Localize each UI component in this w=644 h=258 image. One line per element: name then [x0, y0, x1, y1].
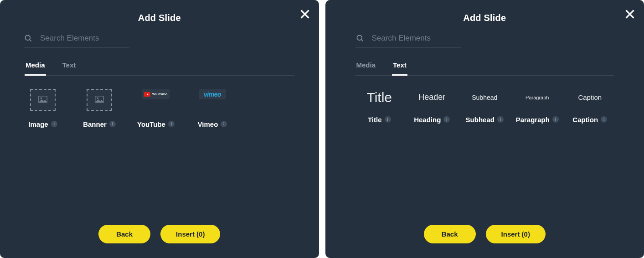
svg-line-11 [361, 40, 363, 41]
info-icon[interactable]: i [221, 121, 227, 127]
tile-vimeo-label: Vimeo [198, 120, 218, 128]
tile-title-label: Title [368, 116, 382, 124]
info-icon[interactable]: i [601, 116, 607, 123]
tile-heading-label: Heading [414, 116, 441, 124]
banner-placeholder-icon [87, 89, 112, 110]
close-icon [299, 14, 311, 21]
tile-banner-label: Banner [83, 120, 107, 128]
info-icon[interactable]: i [51, 121, 57, 127]
add-slide-dialog-media: Add Slide Media Text Image [0, 0, 319, 258]
info-icon[interactable]: i [443, 116, 450, 123]
tile-image-label: Image [28, 120, 48, 128]
sample-caption-text: Caption [578, 93, 602, 101]
search-field[interactable] [355, 31, 461, 47]
info-icon[interactable]: i [168, 121, 175, 127]
svg-point-5 [41, 97, 42, 99]
add-slide-dialog-text: Add Slide Media Text Title Title i [325, 0, 644, 258]
dialog-footer-buttons: Back Insert (0) [0, 225, 319, 243]
search-icon [24, 34, 33, 43]
tile-subhead[interactable]: Subhead Subhead i [461, 88, 509, 124]
sample-subhead-text: Subhead [472, 94, 497, 101]
svg-point-7 [97, 97, 99, 99]
sample-title-text: Title [366, 90, 392, 105]
text-tiles-area: Title Title i Header Heading i Subhead [325, 76, 644, 124]
search-icon [355, 34, 365, 43]
svg-point-2 [25, 35, 30, 40]
insert-button[interactable]: Insert (0) [486, 225, 546, 243]
close-button[interactable] [299, 8, 311, 20]
search-input[interactable] [371, 33, 469, 43]
dialog-title: Add Slide [0, 0, 319, 23]
tile-banner[interactable]: Banner i [81, 89, 118, 128]
dialog-footer-buttons: Back Insert (0) [325, 225, 644, 243]
tile-title[interactable]: Title Title i [355, 88, 404, 124]
tile-vimeo[interactable]: vimeo Vimeo i [194, 89, 231, 128]
search-input[interactable] [39, 33, 138, 43]
back-button[interactable]: Back [424, 225, 476, 243]
image-placeholder-icon [31, 89, 55, 110]
info-icon[interactable]: i [109, 121, 116, 127]
close-button[interactable] [624, 8, 636, 20]
tile-paragraph[interactable]: Paragraph Paragraph i [513, 88, 562, 124]
tab-text[interactable]: Text [392, 61, 407, 76]
svg-line-3 [30, 40, 31, 41]
tile-paragraph-label: Paragraph [516, 116, 550, 124]
search-field[interactable] [24, 31, 129, 47]
media-tiles-area: Image i Banner i [0, 76, 319, 128]
sample-header-text: Header [418, 93, 445, 102]
tile-image[interactable]: Image i [25, 89, 61, 128]
dialog-title: Add Slide [325, 0, 644, 23]
vimeo-logo-icon: vimeo [199, 89, 226, 99]
close-icon [624, 14, 636, 21]
svg-point-10 [357, 35, 362, 40]
tab-bar: Media Text [355, 61, 614, 76]
youtube-logo-icon: YouTube [142, 89, 170, 99]
tile-youtube-label: YouTube [137, 120, 165, 128]
tab-text[interactable]: Text [62, 61, 77, 76]
info-icon[interactable]: i [552, 116, 559, 123]
tile-subhead-label: Subhead [466, 116, 495, 124]
tab-media[interactable]: Media [25, 61, 46, 76]
tab-bar: Media Text [25, 61, 294, 76]
tile-heading[interactable]: Header Heading i [408, 88, 456, 124]
insert-button[interactable]: Insert (0) [160, 225, 220, 243]
tile-caption-label: Caption [572, 116, 598, 124]
back-button[interactable]: Back [98, 225, 150, 243]
info-icon[interactable]: i [385, 116, 391, 123]
tab-media[interactable]: Media [355, 61, 377, 76]
sample-paragraph-text: Paragraph [526, 95, 549, 100]
tile-youtube[interactable]: YouTube YouTube i [138, 89, 174, 128]
info-icon[interactable]: i [497, 116, 504, 123]
tile-caption[interactable]: Caption Caption i [566, 88, 614, 124]
